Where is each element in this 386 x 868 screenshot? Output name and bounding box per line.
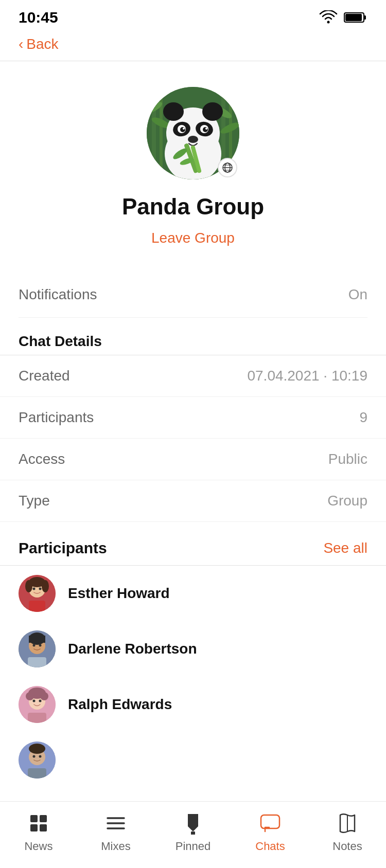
participant-esther[interactable]: Esther Howard [0, 566, 386, 621]
access-row: Access Public [0, 439, 386, 480]
see-all-button[interactable]: See all [323, 540, 367, 556]
participants-count-label: Participants [19, 409, 94, 426]
notifications-label: Notifications [19, 286, 97, 303]
notifications-row[interactable]: Notifications On [19, 272, 367, 318]
svg-point-41 [39, 588, 42, 590]
svg-point-57 [33, 700, 36, 702]
svg-rect-3 [345, 14, 362, 21]
svg-point-0 [327, 21, 330, 24]
pinned-icon [181, 811, 205, 836]
access-value: Public [328, 451, 367, 467]
avatar-partial [19, 742, 56, 779]
created-label: Created [19, 368, 70, 384]
svg-point-56 [37, 689, 44, 696]
avatar-darlene [19, 630, 56, 667]
svg-rect-68 [30, 824, 38, 831]
nav-pinned-label: Pinned [176, 840, 211, 853]
svg-rect-49 [28, 657, 46, 667]
svg-point-58 [39, 700, 42, 702]
notes-icon [335, 811, 360, 836]
nav-news-label: News [24, 840, 52, 853]
svg-rect-73 [191, 831, 195, 835]
svg-rect-67 [40, 815, 47, 822]
svg-point-64 [39, 755, 42, 758]
svg-point-39 [42, 580, 49, 592]
battery-icon [344, 11, 367, 24]
participant-partial[interactable] [0, 732, 386, 788]
group-name: Panda Group [122, 194, 264, 220]
chat-details-header: Chat Details [0, 318, 386, 355]
profile-section: Panda Group Leave Group [0, 61, 386, 262]
svg-rect-5 [152, 87, 156, 179]
status-time: 10:45 [19, 9, 58, 26]
access-label: Access [19, 451, 65, 467]
svg-point-55 [30, 689, 38, 696]
svg-point-38 [25, 580, 32, 592]
svg-rect-6 [160, 87, 163, 179]
svg-point-62 [29, 744, 45, 754]
participants-section-header: Participants See all [0, 522, 386, 565]
svg-rect-69 [40, 824, 47, 831]
svg-point-25 [188, 136, 198, 143]
chat-details-rows: Created 07.04.2021 · 10:19 Participants … [0, 355, 386, 522]
back-chevron-icon: ‹ [19, 36, 23, 52]
participants-count-row: Participants 9 [0, 397, 386, 439]
participant-ralph[interactable]: Ralph Edwards [0, 677, 386, 732]
nav-news[interactable]: News [8, 811, 69, 853]
svg-rect-65 [28, 768, 46, 779]
svg-rect-59 [28, 713, 46, 723]
nav-chats-label: Chats [255, 840, 285, 853]
participants-count-value: 9 [359, 409, 367, 426]
participant-name-darlene: Darlene Robertson [68, 641, 197, 657]
svg-point-16 [202, 102, 223, 121]
nav-notes-label: Notes [332, 840, 362, 853]
nav-notes[interactable]: Notes [317, 811, 378, 853]
svg-point-23 [183, 128, 185, 130]
svg-point-15 [163, 102, 184, 121]
settings-section: Notifications On [0, 272, 386, 318]
avatar-ralph [19, 686, 56, 723]
svg-point-63 [33, 755, 36, 758]
svg-point-21 [180, 127, 185, 132]
svg-rect-42 [29, 601, 45, 612]
globe-badge [218, 158, 237, 177]
nav-pinned[interactable]: Pinned [162, 811, 224, 853]
svg-rect-74 [261, 815, 279, 828]
created-row: Created 07.04.2021 · 10:19 [0, 355, 386, 397]
back-button[interactable]: ‹ Back [0, 31, 386, 61]
notifications-value: On [348, 286, 367, 303]
avatar-container [147, 87, 239, 179]
participant-name-ralph: Ralph Edwards [68, 696, 172, 713]
bottom-navigation: News Mixes Pinned Chats [0, 801, 386, 868]
nav-mixes[interactable]: Mixes [85, 811, 147, 853]
participant-name-esther: Esther Howard [68, 585, 170, 602]
globe-icon [222, 162, 233, 173]
chats-icon [258, 811, 283, 836]
type-label: Type [19, 493, 50, 509]
status-icons [319, 10, 367, 25]
wifi-icon [319, 10, 338, 25]
type-value: Group [327, 493, 367, 509]
svg-point-48 [39, 644, 42, 647]
svg-rect-2 [364, 15, 366, 20]
svg-rect-46 [29, 636, 45, 643]
svg-point-47 [33, 644, 36, 647]
created-value: 07.04.2021 · 10:19 [247, 368, 367, 384]
svg-point-40 [33, 588, 36, 590]
nav-chats[interactable]: Chats [239, 811, 301, 853]
svg-point-24 [205, 128, 207, 130]
type-row: Type Group [0, 480, 386, 522]
back-label: Back [26, 36, 58, 52]
news-icon [26, 811, 51, 836]
mixes-icon [103, 811, 128, 836]
participant-darlene[interactable]: Darlene Robertson [0, 621, 386, 677]
svg-point-22 [203, 127, 208, 132]
nav-mixes-label: Mixes [101, 840, 130, 853]
svg-rect-66 [30, 815, 38, 822]
participants-title: Participants [19, 539, 107, 557]
status-bar: 10:45 [0, 0, 386, 31]
leave-group-button[interactable]: Leave Group [151, 230, 235, 246]
avatar-esther [19, 575, 56, 612]
